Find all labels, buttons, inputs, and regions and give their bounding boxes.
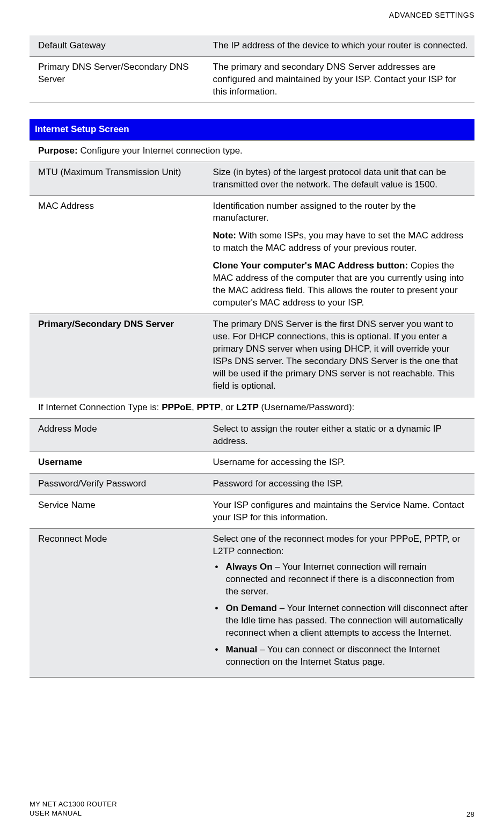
conn-type-cell: If Internet Connection Type is: PPPoE, P… xyxy=(30,397,474,418)
conn-post: (Username/Password): xyxy=(259,402,355,412)
table-row: MTU (Maximum Transmission Unit) Size (in… xyxy=(30,162,474,195)
cell-desc: Your ISP configures and maintains the Se… xyxy=(208,495,474,529)
cell-label: Address Mode xyxy=(30,418,208,452)
clone-label: Clone Your computer's MAC Address button… xyxy=(213,260,408,271)
footer-line2: USER MANUAL xyxy=(30,809,117,818)
table-row: Default Gateway The IP address of the de… xyxy=(30,35,474,56)
footer-left: MY NET AC1300 ROUTER USER MANUAL xyxy=(30,800,117,818)
cell-label: Password/Verify Password xyxy=(30,474,208,495)
cell-label: Primary/Secondary DNS Server xyxy=(30,314,208,397)
cell-desc: Identification number assigned to the ro… xyxy=(208,195,474,314)
table-title: Internet Setup Screen xyxy=(30,119,474,140)
cell-label: Reconnect Mode xyxy=(30,529,208,677)
table-row: Reconnect Mode Select one of the reconne… xyxy=(30,529,474,677)
cell-label: MTU (Maximum Transmission Unit) xyxy=(30,162,208,195)
table-row: Primary/Secondary DNS Server The primary… xyxy=(30,314,474,397)
conn-b2: PPTP xyxy=(196,402,220,412)
conn-type-row: If Internet Connection Type is: PPPoE, P… xyxy=(30,397,474,418)
table-row: Password/Verify Password Password for ac… xyxy=(30,474,474,495)
table-row: Address Mode Select to assign the router… xyxy=(30,418,474,452)
mac-note: Note: With some ISPs, you may have to se… xyxy=(213,230,469,254)
purpose-text: Configure your Internet connection type. xyxy=(78,146,243,156)
cell-label: Default Gateway xyxy=(30,35,208,56)
reconnect-intro: Select one of the reconnect modes for yo… xyxy=(213,533,469,558)
table-row: Username Username for accessing the ISP. xyxy=(30,452,474,474)
b2-label: On Demand xyxy=(226,603,277,613)
reconnect-list: Always On – Your Internet connection wil… xyxy=(213,561,469,668)
conn-b3: L2TP xyxy=(236,402,259,412)
cell-desc: Select to assign the router either a sta… xyxy=(208,418,474,452)
purpose-label: Purpose: xyxy=(38,146,78,156)
cell-label: Primary DNS Server/Secondary DNS Server xyxy=(30,56,208,103)
cell-label: MAC Address xyxy=(30,195,208,314)
section-header: ADVANCED SETTINGS xyxy=(30,11,474,19)
b3-label: Manual xyxy=(226,644,258,655)
b3-text: – You can connect or disconnect the Inte… xyxy=(226,644,440,667)
cell-desc: The primary DNS Server is the first DNS … xyxy=(208,314,474,397)
mac-clone: Clone Your computer's MAC Address button… xyxy=(213,260,469,309)
cell-label: Username xyxy=(30,452,208,474)
b1-label: Always On xyxy=(226,562,273,572)
purpose-cell: Purpose: Configure your Internet connect… xyxy=(30,140,474,162)
cell-desc: Username for accessing the ISP. xyxy=(208,452,474,474)
table-internet-setup: Internet Setup Screen Purpose: Configure… xyxy=(30,119,474,678)
table-row: MAC Address Identification number assign… xyxy=(30,195,474,314)
cell-label: Service Name xyxy=(30,495,208,529)
cell-desc: Select one of the reconnect modes for yo… xyxy=(208,529,474,677)
purpose-row: Purpose: Configure your Internet connect… xyxy=(30,140,474,162)
cell-desc: The primary and secondary DNS Server add… xyxy=(208,56,474,103)
table-row: Service Name Your ISP configures and mai… xyxy=(30,495,474,529)
list-item: On Demand – Your Internet connection wil… xyxy=(213,602,469,639)
conn-pre: If Internet Connection Type is: xyxy=(38,402,162,412)
footer-line1: MY NET AC1300 ROUTER xyxy=(30,800,117,809)
page-footer: MY NET AC1300 ROUTER USER MANUAL 28 xyxy=(30,800,474,818)
list-item: Manual – You can connect or disconnect t… xyxy=(213,644,469,668)
note-text: With some ISPs, you may have to set the … xyxy=(213,230,464,253)
mac-p1: Identification number assigned to the ro… xyxy=(213,200,469,225)
table-row: Primary DNS Server/Secondary DNS Server … xyxy=(30,56,474,103)
conn-b1: PPPoE xyxy=(162,402,192,412)
table-connection-fields: Default Gateway The IP address of the de… xyxy=(30,35,474,103)
table-header-row: Internet Setup Screen xyxy=(30,119,474,140)
cell-desc: Password for accessing the ISP. xyxy=(208,474,474,495)
cell-desc: Size (in bytes) of the largest protocol … xyxy=(208,162,474,195)
list-item: Always On – Your Internet connection wil… xyxy=(213,561,469,598)
page-number: 28 xyxy=(466,810,474,818)
note-label: Note: xyxy=(213,230,236,241)
conn-sep2: , or xyxy=(221,402,236,412)
cell-desc: The IP address of the device to which yo… xyxy=(208,35,474,56)
